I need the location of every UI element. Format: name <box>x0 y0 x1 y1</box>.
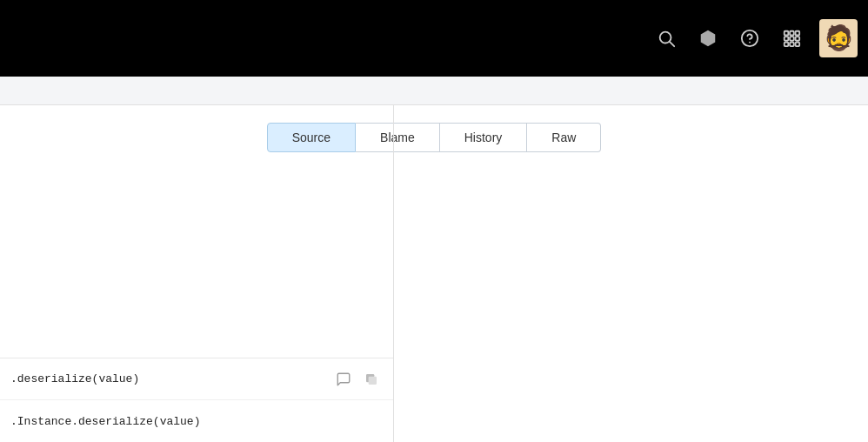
code-line-1: .deserialize(value) <box>0 358 393 400</box>
code-line-2: .Instance.deserialize(value) <box>0 400 393 442</box>
tab-blame[interactable]: Blame <box>356 123 440 152</box>
divider <box>393 105 394 442</box>
svg-rect-5 <box>785 31 789 36</box>
svg-line-1 <box>670 42 674 46</box>
code-actions-1 <box>332 368 383 391</box>
svg-rect-13 <box>796 43 800 47</box>
svg-rect-15 <box>369 376 377 384</box>
tab-raw[interactable]: Raw <box>527 123 601 152</box>
tab-history[interactable]: History <box>440 123 528 152</box>
avatar[interactable]: 🧔 <box>819 19 858 57</box>
code-area: .deserialize(value) .Instance.deserializ… <box>0 358 393 442</box>
search-icon[interactable] <box>649 21 684 56</box>
comment-icon[interactable] <box>332 368 355 391</box>
avatar-image: 🧔 <box>824 26 854 50</box>
code-text-1: .deserialize(value) <box>10 372 332 385</box>
svg-rect-6 <box>790 31 794 36</box>
subheader <box>0 77 868 104</box>
tab-bar: Source Blame History Raw <box>0 105 868 170</box>
main-content: Source Blame History Raw .deserialize(va… <box>0 104 868 442</box>
code-text-2: .Instance.deserialize(value) <box>10 415 383 428</box>
help-icon[interactable] <box>732 21 767 56</box>
svg-rect-12 <box>790 43 794 47</box>
tab-source[interactable]: Source <box>267 123 356 152</box>
copy-icon[interactable] <box>360 368 383 391</box>
svg-marker-2 <box>701 30 716 46</box>
svg-rect-11 <box>785 43 789 47</box>
svg-rect-7 <box>796 31 800 36</box>
grid-icon[interactable] <box>774 21 809 56</box>
svg-rect-9 <box>790 37 794 41</box>
hexagon-icon[interactable] <box>691 21 725 56</box>
svg-rect-10 <box>796 37 800 41</box>
svg-rect-8 <box>785 37 789 41</box>
topbar: 🧔 <box>0 0 868 77</box>
